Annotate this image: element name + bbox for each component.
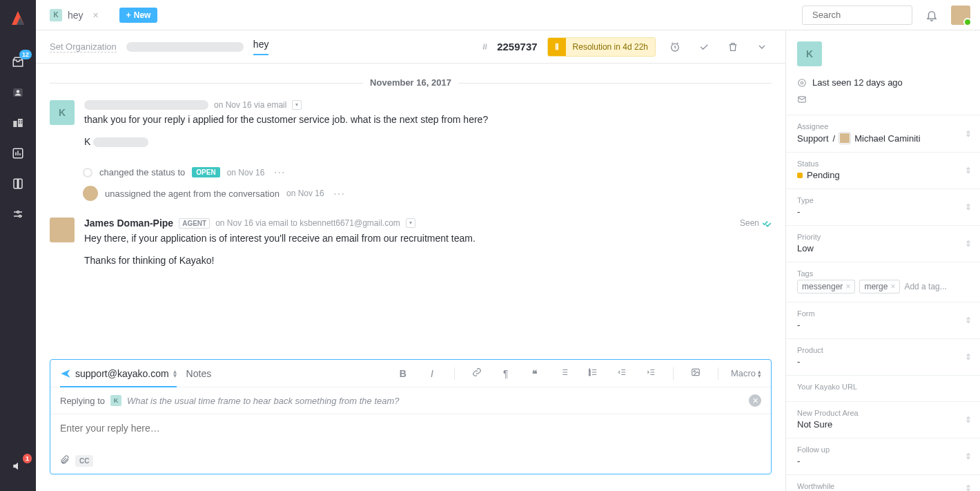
italic-icon[interactable]: I — [422, 368, 442, 379]
message-line: Thanks for thinking of Kayako! — [84, 253, 772, 269]
image-icon[interactable] — [686, 367, 705, 379]
requester-avatar[interactable]: K — [797, 41, 822, 66]
priority-value: Low — [797, 243, 814, 253]
search-field[interactable] — [812, 10, 928, 20]
indent-icon[interactable] — [641, 367, 660, 379]
reply-editor: support@kayako.com ▴▾ Notes B I — [50, 359, 772, 474]
customer-name-redacted — [84, 100, 208, 110]
nav-inbox[interactable]: 12 — [0, 47, 36, 77]
field-label: Your Kayako URL — [797, 383, 969, 391]
activity-text: unassigned the agent from the conversati… — [105, 189, 280, 199]
search-input[interactable] — [802, 6, 912, 25]
notifications-icon[interactable] — [918, 9, 945, 21]
bold-icon[interactable]: B — [393, 368, 413, 379]
list-ul-icon[interactable] — [554, 367, 574, 379]
attachment-icon[interactable] — [60, 455, 70, 467]
snooze-icon[interactable] — [665, 41, 685, 52]
requester-name-redacted — [126, 42, 244, 52]
cc-button[interactable]: CC — [75, 455, 93, 467]
svg-point-20 — [798, 79, 806, 86]
activity-meta: on Nov 16 — [286, 189, 324, 198]
field-kayako-url[interactable]: Your Kayako URL — [786, 375, 980, 401]
dropdown-icon[interactable]: ▾ — [406, 218, 415, 228]
agent-name: James Doman-Pipe — [84, 218, 173, 229]
field-label: Product — [797, 346, 969, 354]
assignee-agent: Michael Caminiti — [854, 133, 920, 144]
nav-organizations[interactable] — [0, 108, 36, 138]
new-button[interactable]: + New — [119, 8, 158, 23]
right-panel: K Last seen 12 days ago Assignee Support… — [785, 30, 980, 491]
nav-helpcenter[interactable] — [0, 169, 36, 199]
quote-icon[interactable]: ❝ — [525, 368, 545, 379]
seen-indicator: Seen — [740, 218, 772, 228]
reply-notes-tab[interactable]: Notes — [186, 360, 212, 387]
list-ol-icon[interactable]: 123 — [583, 367, 602, 379]
channel-email-icon — [797, 95, 969, 106]
field-status[interactable]: Status Pending ⇕ — [786, 152, 980, 189]
tag-text: messenger — [802, 282, 843, 291]
field-label: Priority — [797, 233, 969, 241]
ellipsis-icon[interactable]: ··· — [334, 189, 346, 199]
tag-chip[interactable]: messenger × — [797, 280, 855, 293]
trash-icon[interactable] — [723, 41, 743, 52]
field-label: Type — [797, 196, 969, 204]
send-icon — [60, 368, 71, 379]
inbox-badge: 12 — [19, 50, 32, 59]
outdent-icon[interactable] — [612, 367, 631, 379]
ellipsis-icon[interactable]: ··· — [274, 167, 286, 177]
subject-field[interactable]: hey — [253, 39, 269, 55]
reply-textarea[interactable] — [60, 423, 761, 439]
message-customer: K on Nov 16 via email ▾ thank you for yo… — [50, 100, 772, 149]
sla-resolution-badge[interactable]: Ⅱ Resolution in 4d 22h — [547, 37, 656, 57]
context-quote: What is the usual time frame to hear bac… — [127, 396, 400, 406]
complete-icon[interactable] — [694, 41, 714, 52]
svg-point-21 — [801, 81, 803, 84]
field-new-product-area[interactable]: New Product Area Not Sure ⇕ — [786, 401, 980, 438]
updown-icon: ⇕ — [965, 316, 972, 325]
updown-icon: ⇕ — [965, 166, 972, 175]
field-priority[interactable]: Priority Low ⇕ — [786, 225, 980, 262]
macro-dropdown[interactable]: Macro ▴▾ — [731, 368, 761, 378]
field-label: Worthwhile — [797, 482, 969, 490]
status-value: Pending — [807, 170, 840, 180]
ticket-hash-icon: # — [482, 41, 487, 52]
field-tags[interactable]: Tags messenger × merge × Add a tag... — [786, 262, 980, 302]
add-tag-input[interactable]: Add a tag... — [904, 282, 946, 291]
status-color-dot — [797, 173, 803, 178]
close-icon[interactable]: × — [89, 10, 103, 21]
set-organization-link[interactable]: Set Organization — [50, 41, 117, 52]
timeline-dot-icon — [83, 168, 92, 177]
nav-announcements[interactable]: 1 — [0, 451, 36, 481]
sla-text: Resolution in 4d 22h — [566, 42, 655, 52]
field-label: Assignee — [797, 122, 969, 131]
field-assignee[interactable]: Assignee Support / Michael Caminiti ⇕ — [786, 115, 980, 152]
agent-role-chip: AGENT — [179, 218, 210, 229]
tag-chip[interactable]: merge × — [859, 280, 900, 293]
reply-from-email: support@kayako.com — [75, 368, 169, 379]
tag-remove-icon[interactable]: × — [845, 282, 850, 291]
date-separator: November 16, 2017 — [50, 77, 772, 88]
tab-title: hey — [68, 10, 84, 21]
conversation-header: Set Organization hey # 2259737 Ⅱ Resolut… — [36, 30, 785, 64]
conversation-tab[interactable]: K hey × — [46, 5, 107, 26]
field-form[interactable]: Form - ⇕ — [786, 302, 980, 338]
paragraph-icon[interactable]: ¶ — [496, 368, 516, 379]
nav-contacts[interactable] — [0, 77, 36, 108]
field-worthwhile[interactable]: Worthwhile ⇕ — [786, 474, 980, 491]
tag-remove-icon[interactable]: × — [890, 282, 895, 291]
dismiss-icon[interactable]: ✕ — [749, 394, 761, 407]
field-product[interactable]: Product - ⇕ — [786, 338, 980, 375]
field-follow-up[interactable]: Follow up - ⇕ — [786, 438, 980, 474]
profile-avatar[interactable] — [951, 6, 970, 25]
nav-settings[interactable] — [0, 199, 36, 229]
ticket-number: 2259737 — [497, 41, 537, 52]
customer-avatar: K — [50, 100, 75, 125]
reply-from-tab[interactable]: support@kayako.com ▴▾ — [60, 360, 177, 387]
pause-icon: Ⅱ — [548, 38, 566, 56]
link-icon[interactable] — [467, 367, 487, 379]
chevron-down-icon[interactable] — [752, 41, 772, 52]
dropdown-icon[interactable]: ▾ — [292, 100, 302, 110]
nav-reports[interactable] — [0, 138, 36, 169]
reply-context-bar: Replying to K What is the usual time fra… — [50, 387, 771, 414]
field-type[interactable]: Type - ⇕ — [786, 189, 980, 225]
